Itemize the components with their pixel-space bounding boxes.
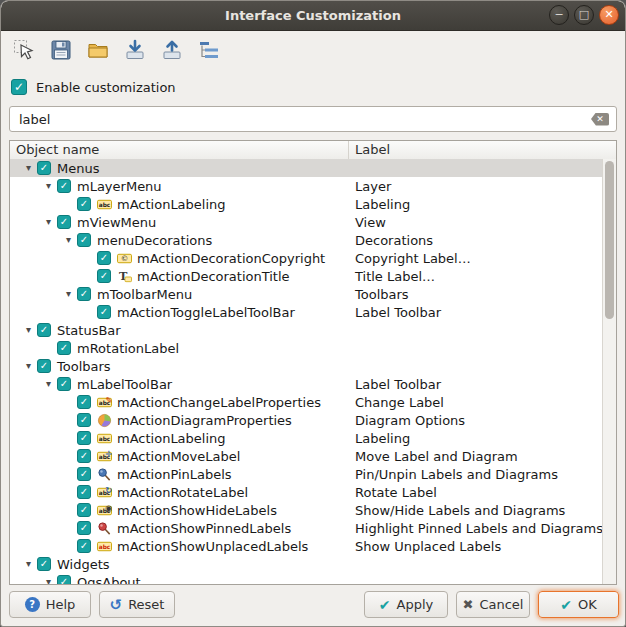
maximize-icon: □	[579, 8, 589, 21]
object-name-text: mActionShowHideLabels	[117, 503, 277, 518]
row-checkbox[interactable]: ✓	[57, 377, 71, 391]
row-checkbox[interactable]: ✓	[77, 395, 91, 409]
tree-header: Object name Label	[10, 141, 616, 160]
row-checkbox[interactable]: ✓	[77, 521, 91, 535]
tree-row[interactable]: ✓TmActionDecorationTitleTitle Label…	[10, 267, 603, 285]
row-checkbox[interactable]: ✓	[37, 323, 51, 337]
expand-arrow-icon[interactable]: ▾	[60, 231, 77, 249]
search-input[interactable]	[17, 111, 591, 128]
row-checkbox[interactable]: ✓	[37, 557, 51, 571]
expand-tree-button[interactable]	[194, 37, 224, 67]
row-checkbox[interactable]: ✓	[77, 431, 91, 445]
row-checkbox[interactable]: ✓	[77, 485, 91, 499]
tree-row[interactable]: ✓mActionToggleLabelToolBarLabel Toolbar	[10, 303, 603, 321]
row-checkbox[interactable]: ✓	[77, 197, 91, 211]
save-icon	[49, 38, 73, 66]
row-checkbox[interactable]: ✓	[37, 161, 51, 175]
expand-arrow-icon[interactable]: ▾	[20, 357, 37, 375]
tree-row[interactable]: ✓mActionShowPinnedLabelsHighlight Pinned…	[10, 519, 603, 537]
tree-row[interactable]: ▾✓mViewMenuView	[10, 213, 603, 231]
window-controls: − □ ✕	[549, 5, 619, 25]
load-from-file-button[interactable]	[120, 37, 150, 67]
tree-row[interactable]: ▾✓mLayerMenuLayer	[10, 177, 603, 195]
tree-row[interactable]: ✓abcmActionLabelingLabeling	[10, 195, 603, 213]
ok-button[interactable]: ✔ OK	[538, 591, 619, 618]
tree-row[interactable]: ▾✓Widgets	[10, 555, 603, 573]
enable-customization-checkbox[interactable]: ✓	[11, 79, 27, 95]
close-button[interactable]: ✕	[599, 5, 619, 25]
object-name-text: Menus	[57, 161, 99, 176]
row-checkbox[interactable]: ✓	[57, 575, 71, 584]
object-label-text: Pin/Unpin Labels and Diagrams	[349, 467, 558, 482]
cancel-button[interactable]: ✖ Cancel	[456, 591, 530, 618]
expand-arrow-icon[interactable]: ▾	[20, 159, 37, 177]
row-checkbox[interactable]: ✓	[77, 413, 91, 427]
tree-row[interactable]: ✓abc↻mActionRotateLabelRotate Label	[10, 483, 603, 501]
row-checkbox[interactable]: ✓	[97, 269, 111, 283]
object-name-text: mToolbarMenu	[97, 287, 192, 302]
row-checkbox[interactable]: ✓	[77, 449, 91, 463]
expand-arrow-icon[interactable]: ▾	[40, 213, 57, 231]
row-checkbox[interactable]: ✓	[77, 287, 91, 301]
tree-row[interactable]: ✓abcmActionLabelingLabeling	[10, 429, 603, 447]
tree-row[interactable]: ✓abc◉mActionShowHideLabelsShow/Hide Labe…	[10, 501, 603, 519]
tree-row[interactable]: ▾✓Menus	[10, 159, 603, 177]
svg-text:↻: ↻	[105, 485, 112, 495]
row-checkbox[interactable]: ✓	[77, 233, 91, 247]
scrollbar-thumb[interactable]	[605, 161, 614, 319]
expand-arrow-icon[interactable]: ▾	[40, 375, 57, 393]
select-widgets-button[interactable]	[9, 37, 39, 67]
row-checkbox[interactable]: ✓	[77, 503, 91, 517]
tree-row[interactable]: ▾✓StatusBar	[10, 321, 603, 339]
tree-row[interactable]: ✓©mActionDecorationCopyrightCopyright La…	[10, 249, 603, 267]
row-checkbox[interactable]: ✓	[37, 359, 51, 373]
maximize-button[interactable]: □	[574, 5, 594, 25]
title-label-icon: T	[117, 268, 133, 284]
save-to-file-button[interactable]	[157, 37, 187, 67]
row-checkbox[interactable]: ✓	[77, 539, 91, 553]
minimize-button[interactable]: −	[549, 5, 569, 25]
tree-row[interactable]: ✓abc✛mActionMoveLabelMove Label and Diag…	[10, 447, 603, 465]
row-checkbox[interactable]: ✓	[97, 305, 111, 319]
tree-row[interactable]: ▾✓mToolbarMenuToolbars	[10, 285, 603, 303]
save-customization-button[interactable]	[46, 37, 76, 67]
row-checkbox[interactable]: ✓	[77, 467, 91, 481]
object-name-text: mActionShowPinnedLabels	[117, 521, 291, 536]
tree-row[interactable]: ✓abcmActionShowUnplacedLabelsShow Unplac…	[10, 537, 603, 555]
row-checkbox[interactable]: ✓	[57, 215, 71, 229]
reset-button[interactable]: ↺ Reset	[99, 591, 175, 618]
close-icon: ✕	[604, 8, 613, 21]
ok-check-icon: ✔	[560, 597, 572, 613]
expand-arrow-icon[interactable]: ▾	[40, 177, 57, 195]
tree-row[interactable]: ✓mRotationLabel	[10, 339, 603, 357]
tree-row[interactable]: ▾✓Toolbars	[10, 357, 603, 375]
expand-arrow-icon[interactable]: ▾	[20, 321, 37, 339]
tree-row[interactable]: ▾✓QgsAbout	[10, 573, 603, 584]
tree-row[interactable]: ✓abc✎mActionChangeLabelPropertiesChange …	[10, 393, 603, 411]
search-box: ✕	[9, 106, 617, 132]
row-checkbox[interactable]: ✓	[57, 341, 71, 355]
object-label-text: Layer	[349, 179, 391, 194]
svg-text:©: ©	[121, 254, 129, 263]
labeling-icon: abc	[97, 430, 113, 446]
apply-button[interactable]: ✔ Apply	[364, 591, 448, 618]
row-checkbox[interactable]: ✓	[97, 251, 111, 265]
tree-rows: ▾✓Menus▾✓mLayerMenuLayer✓abcmActionLabel…	[10, 159, 603, 584]
expand-arrow-icon[interactable]: ▾	[20, 555, 37, 573]
tree-row[interactable]: ▾✓menuDecorationsDecorations	[10, 231, 603, 249]
open-customization-button[interactable]	[83, 37, 113, 67]
row-checkbox[interactable]: ✓	[57, 179, 71, 193]
expand-arrow-icon[interactable]: ▾	[40, 573, 57, 584]
tree-row[interactable]: ✓mActionPinLabelsPin/Unpin Labels and Di…	[10, 465, 603, 483]
object-name-text: StatusBar	[57, 323, 121, 338]
column-header-object-name[interactable]: Object name	[10, 141, 349, 159]
object-name-text: mLabelToolBar	[77, 377, 172, 392]
tree-row[interactable]: ▾✓mLabelToolBarLabel Toolbar	[10, 375, 603, 393]
vertical-scrollbar[interactable]	[602, 159, 616, 584]
clear-search-icon[interactable]: ✕	[591, 113, 609, 126]
help-button[interactable]: ? Help	[9, 591, 91, 618]
expand-arrow-icon[interactable]: ▾	[60, 285, 77, 303]
tree-row[interactable]: ✓mActionDiagramPropertiesDiagram Options	[10, 411, 603, 429]
column-header-label[interactable]: Label	[349, 141, 616, 159]
object-label-text: Label Toolbar	[349, 305, 441, 320]
